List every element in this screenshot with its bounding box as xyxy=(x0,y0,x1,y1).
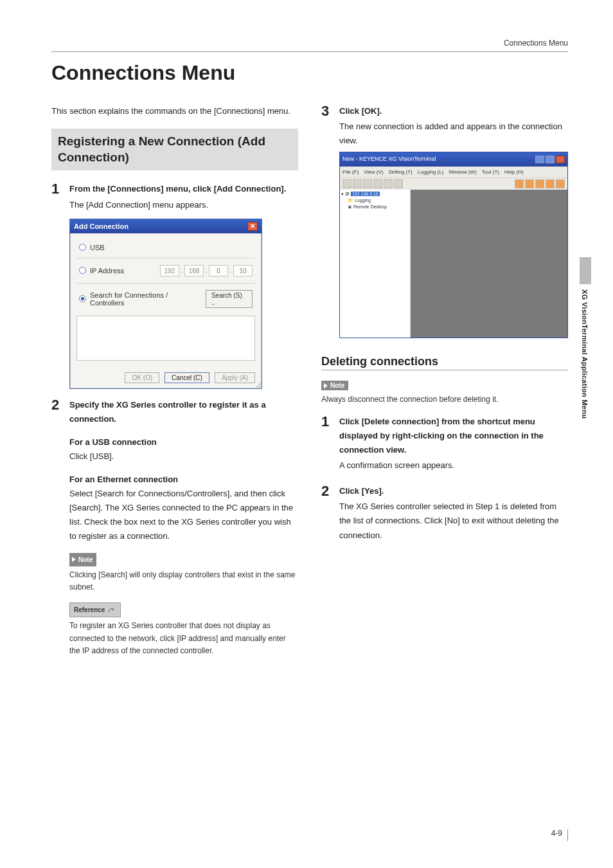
menu-item[interactable]: Help (H) xyxy=(504,168,524,177)
toolbar-icon[interactable] xyxy=(384,179,393,188)
step-title: From the [Connections] menu, click [Add … xyxy=(69,182,298,196)
tree-root[interactable]: 192.168.0.10 xyxy=(351,192,380,196)
menu-item[interactable]: Window (W) xyxy=(449,168,477,177)
play-icon xyxy=(72,557,76,562)
step-number: 1 xyxy=(321,415,333,429)
toolbar-icon[interactable] xyxy=(556,179,565,188)
page-title: Connections Menu xyxy=(51,61,568,85)
eth-body: Select [Search for Connections/Controlle… xyxy=(69,487,298,543)
note-text: Clicking [Search] will only display cont… xyxy=(69,569,298,593)
register-step-1: 1 From the [Connections] menu, click [Ad… xyxy=(51,182,298,212)
register-step-3: 3 Click [OK]. The new connection is adde… xyxy=(321,104,568,338)
step-number: 1 xyxy=(51,182,63,196)
menu-item[interactable]: Setting (T) xyxy=(388,168,412,177)
side-tab: XG VisionTerminal Application Menu xyxy=(580,257,591,450)
toolbar-icon[interactable] xyxy=(373,179,382,188)
toolbar-icon[interactable] xyxy=(363,179,372,188)
eth-subhead: For an Ethernet connection xyxy=(69,473,298,487)
option-ip-row[interactable]: IP Address 192. 168. 0. 10 xyxy=(76,258,255,280)
apply-button[interactable]: Apply (A) xyxy=(215,372,255,383)
tree-child[interactable]: 📁 Logging xyxy=(341,197,409,204)
step-desc: The new connection is added and appears … xyxy=(339,120,568,148)
delete-step-1: 1 Click [Delete connection] from the sho… xyxy=(321,415,568,473)
register-step-2: 2 Specify the XG Series controller to re… xyxy=(51,398,298,657)
play-icon xyxy=(324,383,328,388)
step-number: 2 xyxy=(51,398,63,412)
delete-step-2: 2 Click [Yes]. The XG Series controller … xyxy=(321,484,568,542)
resize-grip-icon[interactable] xyxy=(254,381,261,388)
radio-icon[interactable] xyxy=(79,295,86,302)
close-icon[interactable]: ✕ xyxy=(247,222,258,231)
ip-octet-2[interactable]: 168 xyxy=(184,265,204,276)
menu-item[interactable]: Tool (T) xyxy=(482,168,499,177)
minimize-icon[interactable] xyxy=(535,156,544,163)
step-title: Click [Delete connection] from the short… xyxy=(339,415,568,457)
search-button[interactable]: Search (S) .. xyxy=(206,290,253,308)
toolbar-icon[interactable] xyxy=(535,179,544,188)
note-label: Note xyxy=(78,554,93,565)
ip-octet-3[interactable]: 0 xyxy=(209,265,228,276)
toolbar-icon[interactable] xyxy=(394,179,403,188)
tree-child[interactable]: 🖥 Remote Desktop xyxy=(341,204,409,210)
subsection-deleting-heading: Deleting connections xyxy=(321,355,568,368)
option-usb-label: USB xyxy=(90,244,105,251)
toolbar-icon[interactable] xyxy=(353,179,362,188)
toolbar-icon[interactable] xyxy=(342,179,351,188)
menu-item[interactable]: View (V) xyxy=(364,168,383,177)
step-title: Click [OK]. xyxy=(339,104,568,118)
side-tab-label: XG VisionTerminal Application Menu xyxy=(581,289,589,419)
reference-text: To register an XG Series controller that… xyxy=(69,620,298,657)
intro-text: This section explains the commands on th… xyxy=(51,104,298,118)
page-number: 4-9 xyxy=(551,828,568,840)
app-main-area xyxy=(411,190,567,338)
running-head: Connections Menu xyxy=(51,39,568,48)
ip-address-field[interactable]: 192. 168. 0. 10 xyxy=(160,265,253,276)
step-desc: A confirmation screen appears. xyxy=(339,458,568,473)
app-menubar[interactable]: File (F) View (V) Setting (T) Logging (L… xyxy=(340,167,567,178)
connection-tree[interactable]: ▾ 🖳 192.168.0.10 📁 Logging 🖥 Remote Desk… xyxy=(340,190,411,338)
app-toolbar[interactable] xyxy=(340,177,567,190)
side-tab-marker xyxy=(580,257,591,284)
reference-badge: Reference xyxy=(69,602,121,617)
reference-label: Reference xyxy=(74,604,105,615)
usb-subhead: For a USB connection xyxy=(69,435,298,449)
close-icon[interactable] xyxy=(556,156,565,163)
step-title: Specify the XG Series controller to regi… xyxy=(69,398,298,426)
ip-octet-1[interactable]: 192 xyxy=(160,265,179,276)
step-desc: The XG Series controller selected in Ste… xyxy=(339,500,568,542)
toolbar-icon[interactable] xyxy=(525,179,534,188)
header-rule xyxy=(51,51,568,52)
section-heading-register: Registering a New Connection (Add Connec… xyxy=(51,129,298,170)
toolbar-icon[interactable] xyxy=(515,179,524,188)
search-results-listbox[interactable] xyxy=(76,316,255,361)
step-number: 3 xyxy=(321,104,333,118)
note-badge: Note xyxy=(321,381,348,390)
option-search-label: Search for Connections / Controllers xyxy=(90,291,202,307)
option-search-row[interactable]: Search for Connections / Controllers Sea… xyxy=(76,283,255,312)
step-desc: The [Add Connection] menu appears. xyxy=(69,198,298,212)
usb-body: Click [USB]. xyxy=(69,449,298,464)
note-label: Note xyxy=(330,382,344,389)
reference-arrow-icon xyxy=(107,607,116,613)
radio-icon[interactable] xyxy=(79,267,86,274)
step-number: 2 xyxy=(321,484,333,498)
toolbar-icon[interactable] xyxy=(546,179,555,188)
add-connection-dialog: Add Connection ✕ USB IP Address 192. 168… xyxy=(69,219,262,389)
ip-octet-4[interactable]: 10 xyxy=(233,265,253,276)
radio-icon[interactable] xyxy=(79,244,86,251)
ok-button[interactable]: OK (O) xyxy=(125,372,159,383)
subsection-rule xyxy=(321,370,568,370)
dialog-title-text: Add Connection xyxy=(74,222,129,230)
maximize-icon[interactable] xyxy=(546,156,555,163)
step-title: Click [Yes]. xyxy=(339,484,568,498)
cancel-button[interactable]: Cancel (C) xyxy=(164,372,209,383)
menu-item[interactable]: File (F) xyxy=(342,168,359,177)
option-usb-row[interactable]: USB xyxy=(76,240,255,255)
menu-item[interactable]: Logging (L) xyxy=(418,168,443,177)
app-window-title: New - KEYENCE XG VisionTerminal xyxy=(342,154,436,164)
note-text: Always disconnect the connection before … xyxy=(321,393,568,406)
note-badge: Note xyxy=(69,553,96,566)
app-window: New - KEYENCE XG VisionTerminal File (F)… xyxy=(339,152,568,338)
option-ip-label: IP Address xyxy=(90,267,124,275)
